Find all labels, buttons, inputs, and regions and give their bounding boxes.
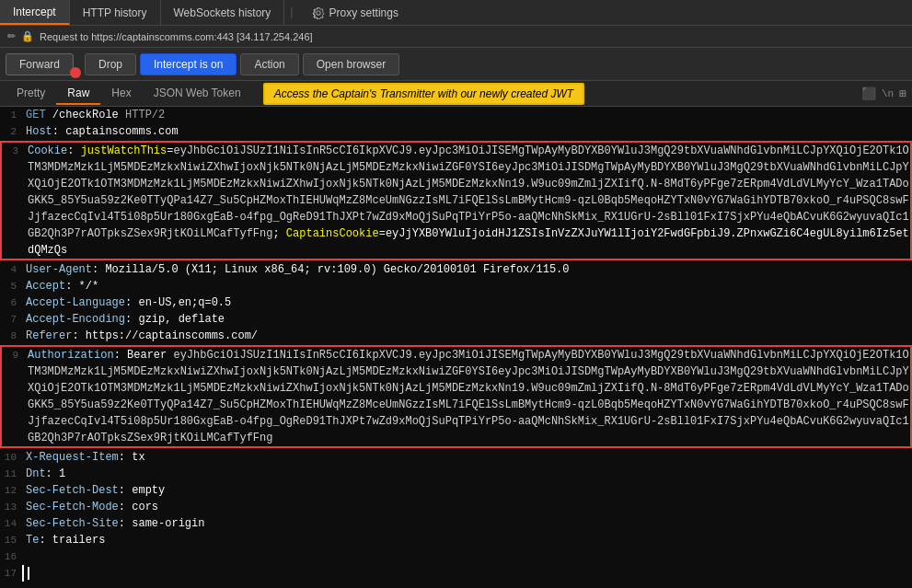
highlighted-block: 3Cookie: justWatchThis=eyJhbGciOiJSUzI1N… [0,141,912,260]
line-content: Authorization: Bearer eyJhbGciOiJSUzI1Ni… [24,347,910,446]
line-content: Sec-Fetch-Dest: empty [22,482,912,499]
code-line-17: 17 [0,565,912,582]
highlighted-block: 9Authorization: Bearer eyJhbGciOiJSUzI1N… [0,345,912,448]
code-line-15: 15Te: trailers [0,532,912,548]
line-content: Referer: https://captainscomms.com/ [22,328,912,344]
line-number: 10 [0,449,22,466]
lock-icon: 🔒 [21,30,34,42]
expand-icon[interactable]: ⊞ [899,86,906,101]
line-number: 3 [2,143,24,259]
code-line-9: 9Authorization: Bearer eyJhbGciOiJSUzI1N… [2,347,910,446]
code-line-12: 12Sec-Fetch-Dest: empty [0,482,912,499]
request-bar: ✏ 🔒 Request to https://captainscomms.com… [0,26,912,48]
sub-tab-icons: ⬛ \n ⊞ [861,86,906,101]
sub-tabs: Pretty Raw Hex JSON Web Token Access the… [0,81,912,107]
line-content: X-Request-Item: tx [22,449,912,466]
line-content: Dnt: 1 [22,466,912,482]
line-number: 17 [0,565,22,582]
line-content: Accept: */* [22,278,912,294]
line-content: Te: trailers [22,532,912,548]
code-line-8: 8Referer: https://captainscomms.com/ [0,328,912,344]
gear-icon [312,6,325,19]
tab-divider: | [284,6,298,19]
line-number: 6 [0,294,22,311]
code-line-14: 14Sec-Fetch-Site: same-origin [0,515,912,532]
code-area[interactable]: 1GET /checkRole HTTP/22Host: captainscom… [0,107,912,588]
line-number: 4 [0,261,22,278]
line-number: 12 [0,482,22,499]
tab-websockets-history[interactable]: WebSockets history [161,0,285,25]
line-number: 5 [0,278,22,294]
line-number: 7 [0,311,22,328]
code-line-4: 4User-Agent: Mozilla/5.0 (X11; Linux x86… [0,261,912,278]
code-line-10: 10X-Request-Item: tx [0,449,912,466]
sub-tab-pretty[interactable]: Pretty [6,83,56,105]
line-number: 13 [0,499,22,515]
code-line-7: 7Accept-Encoding: gzip, deflate [0,311,912,328]
code-line-5: 5Accept: */* [0,278,912,294]
sub-tab-jwt[interactable]: JSON Web Token [143,83,252,105]
line-number: 14 [0,515,22,532]
code-line-6: 6Accept-Language: en-US,en;q=0.5 [0,294,912,311]
tab-http-history[interactable]: HTTP history [70,0,161,25]
line-number: 9 [2,347,24,446]
sub-tab-hex[interactable]: Hex [100,83,142,105]
request-url: Request to https://captainscomms.com:443… [40,31,313,42]
line-content: Accept-Encoding: gzip, deflate [22,311,912,328]
code-line-2: 2Host: captainscomms.com [0,123,912,140]
code-line-16: 16 [0,548,912,565]
line-number: 1 [0,107,22,123]
edit-icon: ✏ [7,30,16,42]
sub-tab-raw[interactable]: Raw [56,83,100,105]
line-content: GET /checkRole HTTP/2 [22,107,912,123]
line-content: Sec-Fetch-Mode: cors [22,499,912,515]
line-number: 11 [0,466,22,482]
open-browser-button[interactable]: Open browser [303,53,399,75]
drop-button[interactable]: Drop [85,53,136,75]
tab-proxy-settings[interactable]: Proxy settings [299,3,411,23]
line-number: 2 [0,123,22,140]
code-line-1: 1GET /checkRole HTTP/2 [0,107,912,123]
line-content: Cookie: justWatchThis=eyJhbGciOiJSUzI1Ni… [24,143,910,259]
line-content: User-Agent: Mozilla/5.0 (X11; Linux x86_… [22,261,912,278]
line-content: Host: captainscomms.com [22,123,912,140]
tab-intercept[interactable]: Intercept [0,0,70,25]
annotation-box: Access the Captain's Transmitter with ou… [263,83,585,105]
line-number: 16 [0,548,22,565]
code-line-13: 13Sec-Fetch-Mode: cors [0,499,912,515]
code-line-11: 11Dnt: 1 [0,466,912,482]
line-content [22,548,912,565]
action-button[interactable]: Action [240,53,298,75]
forward-button[interactable]: Forward [6,53,74,75]
line-number: 15 [0,532,22,548]
line-number: 8 [0,328,22,344]
line-content: Sec-Fetch-Site: same-origin [22,515,912,532]
red-dot [70,67,81,78]
line-content: Accept-Language: en-US,en;q=0.5 [22,294,912,311]
tab-bar: Intercept HTTP history WebSockets histor… [0,0,912,26]
intercept-toggle-button[interactable]: Intercept is on [140,53,237,75]
newline-icon[interactable]: \n [882,88,894,99]
code-line-3: 3Cookie: justWatchThis=eyJhbGciOiJSUzI1N… [2,143,910,259]
toolbar: Forward Drop Intercept is on Action Open… [0,48,912,81]
copy-icon[interactable]: ⬛ [861,86,876,101]
line-content [22,565,912,582]
